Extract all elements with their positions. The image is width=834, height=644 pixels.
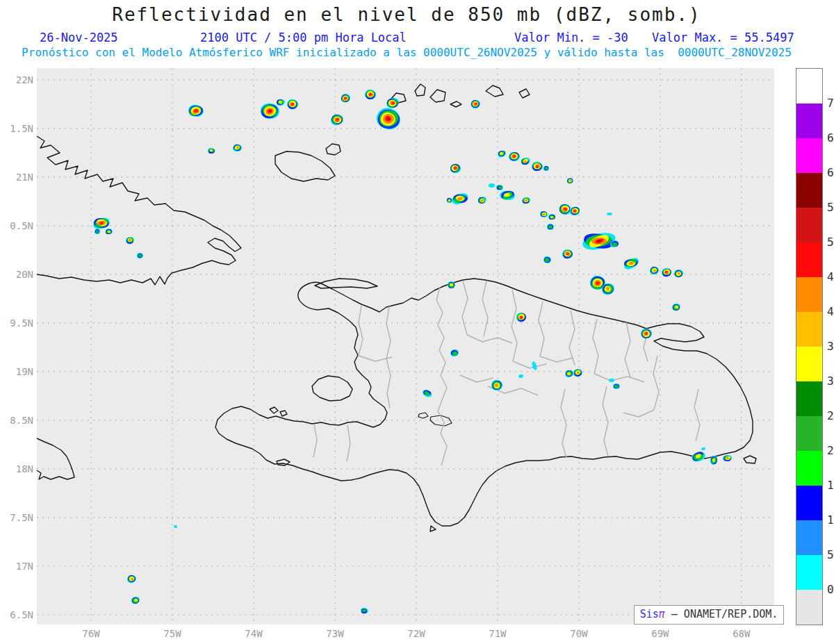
lat-tick-label: 17N: [0, 561, 33, 572]
colorbar-segment: [796, 312, 822, 347]
lon-tick-label: 68W: [733, 628, 750, 639]
colorbar-segment: [796, 208, 822, 242]
coastline-jamaica: [37, 438, 74, 479]
map-graphics: [0, 0, 834, 644]
island-cayemites: [270, 407, 287, 416]
lat-tick-label: 19N: [0, 366, 33, 377]
colorbar-segment: [796, 451, 822, 486]
island-great-inagua: [275, 151, 335, 181]
colorbar-segment: [796, 416, 822, 451]
attribution-box: Sisπ – ONAMET/REP.DOM.: [634, 605, 784, 625]
colorbar-tick-label: 70: [827, 97, 834, 110]
island-caicos: [486, 85, 503, 97]
lat-tick-label: 8.5N: [0, 415, 33, 426]
colorbar-tick-label: 40: [827, 305, 834, 318]
coastline-hispaniola: [215, 279, 753, 526]
colorbar-tick-label: 55: [827, 201, 834, 214]
lat-tick-label: 0.5N: [0, 220, 33, 231]
haiti-dr-border: [436, 287, 447, 465]
colorbar-tick-label: 25: [827, 409, 834, 422]
attribution-text: – ONAMET/REP.DOM.: [665, 608, 778, 620]
reflectivity-map-page: Reflectividad en el nivel de 850 mb (dBZ…: [0, 0, 834, 644]
colorbar-tick-label: 65: [827, 131, 834, 145]
island-turks: [519, 89, 530, 98]
lat-tick-label: 21N: [0, 172, 33, 183]
lake-enriquillo: [418, 413, 452, 426]
colorbar-tick-label: 45: [827, 270, 834, 283]
colorbar: [796, 68, 823, 625]
island-mayaguana: [430, 90, 445, 102]
colorbar-tick-label: 10: [827, 513, 834, 527]
colorbar-segment: [796, 347, 822, 381]
lon-tick-label: 69W: [651, 628, 669, 639]
colorbar-segment: [796, 590, 822, 625]
lat-tick-label: 20N: [0, 269, 33, 280]
lon-tick-label: 70W: [570, 628, 587, 639]
island-caicos-small: [450, 101, 461, 107]
lon-tick-label: 72W: [407, 628, 425, 639]
colorbar-segment: [796, 104, 822, 138]
colorbar-segment: [796, 69, 822, 104]
sispi-logo: Sis: [640, 608, 659, 620]
island-tortue: [315, 279, 377, 288]
island-gonave: [312, 376, 352, 401]
lat-tick-label: 1.5N: [0, 123, 33, 134]
colorbar-tick-label: 60: [827, 166, 834, 179]
lat-tick-label: 22N: [0, 74, 33, 85]
colorbar-segment: [796, 520, 822, 555]
coastlines: [37, 84, 756, 531]
colorbar-segment: [796, 242, 822, 277]
colorbar-segment: [796, 381, 822, 416]
island-acklins: [391, 93, 406, 103]
colorbar-tick-label: 0: [827, 583, 834, 596]
lat-tick-label: 18N: [0, 463, 33, 474]
lat-tick-label: 7.5N: [0, 512, 33, 523]
colorbar-segment: [796, 138, 822, 173]
colorbar-segment: [796, 277, 822, 312]
colorbar-tick-label: 35: [827, 340, 834, 353]
island-little-inagua: [326, 144, 341, 155]
colorbar-tick-label: 5: [827, 548, 834, 561]
colorbar-segment: [796, 486, 822, 520]
lon-tick-label: 73W: [326, 628, 343, 639]
lat-tick-label: 9.5N: [0, 317, 33, 329]
pi-icon: π: [659, 608, 665, 620]
colorbar-tick-label: 30: [827, 374, 834, 388]
colorbar-segment: [796, 555, 822, 590]
lat-tick-label: 6.5N: [0, 609, 33, 620]
lon-tick-label: 71W: [489, 628, 506, 639]
colorbar-tick-label: 20: [827, 444, 834, 457]
colorbar-tick-label: 15: [827, 479, 834, 492]
lon-tick-label: 75W: [163, 628, 181, 639]
coastline-cuba: [37, 136, 241, 285]
lon-tick-label: 76W: [82, 628, 99, 639]
island-saona: [744, 456, 756, 463]
colorbar-segment: [796, 173, 822, 208]
lon-tick-label: 74W: [245, 628, 262, 639]
island-beata: [430, 526, 436, 531]
colorbar-tick-label: 50: [827, 236, 834, 249]
